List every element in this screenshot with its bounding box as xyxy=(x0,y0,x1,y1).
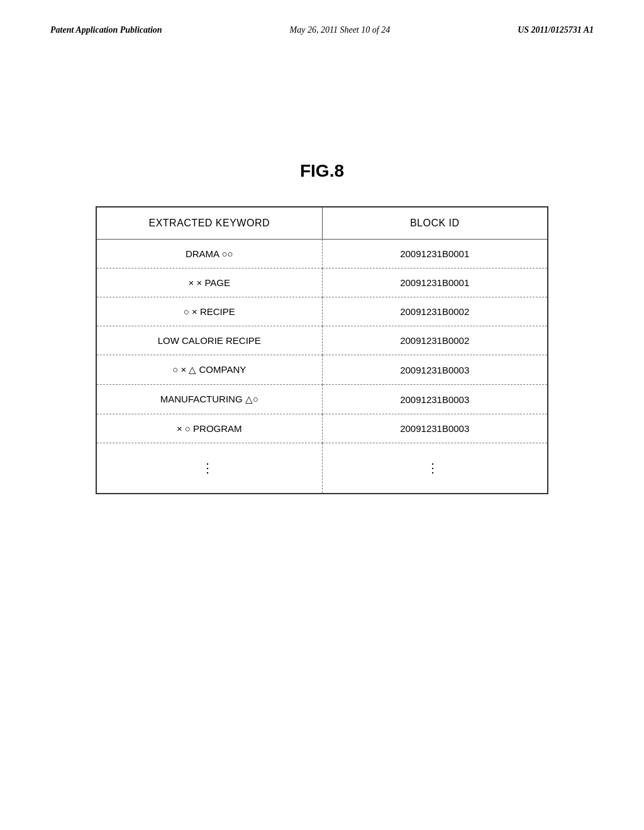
cell-keyword: × ○ PROGRAM xyxy=(96,414,322,443)
cell-keyword: LOW CALORIE RECIPE xyxy=(96,326,322,355)
cell-keyword: DRAMA ○○ xyxy=(96,240,322,268)
table-row: × ○ PROGRAM20091231B0003 xyxy=(96,414,548,443)
header-right: US 2011/0125731 A1 xyxy=(518,25,594,35)
cell-blockid: ⋮ xyxy=(322,443,548,494)
figure-title: FIG.8 xyxy=(0,161,644,181)
header-left: Patent Application Publication xyxy=(50,25,162,35)
header-center: May 26, 2011 Sheet 10 of 24 xyxy=(290,25,391,35)
column-header-blockid: BLOCK ID xyxy=(322,207,548,240)
cell-blockid: 20091231B0003 xyxy=(322,414,548,443)
cell-blockid: 20091231B0001 xyxy=(322,240,548,268)
cell-blockid: 20091231B0003 xyxy=(322,355,548,385)
table-header-row: EXTRACTED KEYWORD BLOCK ID xyxy=(96,207,548,240)
cell-keyword: × × PAGE xyxy=(96,268,322,297)
cell-keyword: ⋮ xyxy=(96,443,322,494)
table-row: LOW CALORIE RECIPE20091231B0002 xyxy=(96,326,548,355)
table-row: ⋮⋮ xyxy=(96,443,548,494)
table-row: MANUFACTURING △○20091231B0003 xyxy=(96,385,548,414)
cell-blockid: 20091231B0003 xyxy=(322,385,548,414)
page-header: Patent Application Publication May 26, 2… xyxy=(0,0,644,48)
table-row: DRAMA ○○20091231B0001 xyxy=(96,240,548,268)
cell-keyword: ○ × RECIPE xyxy=(96,297,322,326)
cell-keyword: ○ × △ COMPANY xyxy=(96,355,322,385)
table-row: ○ × RECIPE20091231B0002 xyxy=(96,297,548,326)
keyword-table: EXTRACTED KEYWORD BLOCK ID DRAMA ○○20091… xyxy=(96,206,548,494)
table-row: × × PAGE20091231B0001 xyxy=(96,268,548,297)
cell-blockid: 20091231B0002 xyxy=(322,297,548,326)
column-header-keyword: EXTRACTED KEYWORD xyxy=(96,207,322,240)
cell-blockid: 20091231B0002 xyxy=(322,326,548,355)
cell-blockid: 20091231B0001 xyxy=(322,268,548,297)
table-row: ○ × △ COMPANY20091231B0003 xyxy=(96,355,548,385)
main-table-container: EXTRACTED KEYWORD BLOCK ID DRAMA ○○20091… xyxy=(96,206,548,494)
cell-keyword: MANUFACTURING △○ xyxy=(96,385,322,414)
